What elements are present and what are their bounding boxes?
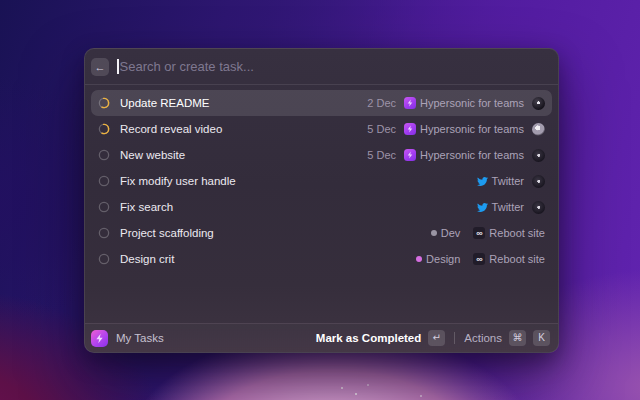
twitter-bird-icon bbox=[477, 202, 488, 213]
task-status-icon[interactable] bbox=[98, 149, 110, 161]
task-row[interactable]: Project scaffolding Dev∞Reboot site bbox=[91, 220, 552, 246]
task-row[interactable]: Fix search Twitter bbox=[91, 194, 552, 220]
task-row[interactable]: Fix modify user handle Twitter bbox=[91, 168, 552, 194]
desktop-background: ← Search or create task... Update README… bbox=[0, 0, 640, 400]
label-chip[interactable]: Design bbox=[416, 253, 460, 265]
cmd-key-badge: ⌘ bbox=[509, 330, 526, 346]
back-arrow-icon: ← bbox=[95, 61, 106, 73]
twitter-bird-icon bbox=[477, 176, 488, 187]
source-name: Twitter bbox=[492, 201, 524, 213]
task-meta: 2 DecHypersonic for teams bbox=[367, 97, 545, 110]
site-name: Reboot site bbox=[489, 227, 545, 239]
task-palette-window: ← Search or create task... Update README… bbox=[84, 48, 559, 353]
task-status-icon[interactable] bbox=[98, 123, 110, 135]
hypersonic-bolt-icon bbox=[404, 149, 416, 161]
task-meta: Dev∞Reboot site bbox=[431, 227, 545, 239]
site-chip[interactable]: ∞Reboot site bbox=[473, 227, 545, 239]
label-name: Dev bbox=[441, 227, 461, 239]
assignee-avatar[interactable] bbox=[532, 123, 545, 136]
label-chip[interactable]: Dev bbox=[431, 227, 461, 239]
task-status-icon[interactable] bbox=[98, 253, 110, 265]
task-title: Update README bbox=[120, 97, 209, 109]
search-bar: ← Search or create task... bbox=[85, 49, 558, 85]
footer-bar: My Tasks Mark as Completed ↵ Actions ⌘ K bbox=[85, 323, 558, 352]
site-name: Reboot site bbox=[489, 253, 545, 265]
task-meta: Twitter bbox=[477, 175, 545, 188]
sparkle-dot bbox=[367, 384, 369, 386]
sparkle-dot bbox=[341, 387, 343, 389]
task-status-icon[interactable] bbox=[98, 97, 110, 109]
my-tasks-app-icon bbox=[91, 330, 108, 347]
hypersonic-bolt-icon bbox=[404, 97, 416, 109]
project-chip[interactable]: Hypersonic for teams bbox=[404, 149, 524, 161]
task-due-date: 2 Dec bbox=[367, 97, 396, 109]
footer-context-label: My Tasks bbox=[116, 332, 164, 344]
footer-divider bbox=[454, 332, 455, 344]
task-title: Design crit bbox=[120, 253, 174, 265]
task-meta: 5 DecHypersonic for teams bbox=[367, 149, 545, 162]
project-chip[interactable]: Hypersonic for teams bbox=[404, 123, 524, 135]
enter-key-badge: ↵ bbox=[428, 330, 445, 346]
assignee-avatar[interactable] bbox=[532, 149, 545, 162]
mark-completed-button[interactable]: Mark as Completed bbox=[316, 332, 421, 344]
task-title: Fix modify user handle bbox=[120, 175, 236, 187]
actions-button[interactable]: Actions bbox=[464, 332, 502, 344]
text-caret bbox=[117, 59, 119, 74]
infinity-site-icon: ∞ bbox=[473, 227, 485, 239]
task-meta: 5 DecHypersonic for teams bbox=[367, 123, 545, 136]
k-key-badge: K bbox=[533, 330, 550, 346]
project-chip[interactable]: Hypersonic for teams bbox=[404, 97, 524, 109]
task-title: Project scaffolding bbox=[120, 227, 214, 239]
twitter-chip[interactable]: Twitter bbox=[477, 201, 524, 213]
task-status-icon[interactable] bbox=[98, 227, 110, 239]
assignee-avatar[interactable] bbox=[532, 97, 545, 110]
task-row[interactable]: New website 5 DecHypersonic for teams bbox=[91, 142, 552, 168]
project-name: Hypersonic for teams bbox=[420, 97, 524, 109]
task-row[interactable]: Update README 2 DecHypersonic for teams bbox=[91, 90, 552, 116]
sparkle-dot bbox=[355, 393, 357, 395]
search-placeholder: Search or create task... bbox=[120, 59, 254, 74]
search-input[interactable]: Search or create task... bbox=[117, 49, 548, 84]
infinity-site-icon: ∞ bbox=[473, 253, 485, 265]
label-dot bbox=[416, 256, 422, 262]
source-name: Twitter bbox=[492, 175, 524, 187]
project-name: Hypersonic for teams bbox=[420, 123, 524, 135]
task-meta: Twitter bbox=[477, 201, 545, 214]
task-title: New website bbox=[120, 149, 185, 161]
task-title: Fix search bbox=[120, 201, 173, 213]
site-chip[interactable]: ∞Reboot site bbox=[473, 253, 545, 265]
task-due-date: 5 Dec bbox=[367, 149, 396, 161]
footer-actions: Mark as Completed ↵ Actions ⌘ K bbox=[316, 330, 550, 346]
task-row[interactable]: Record reveal video 5 DecHypersonic for … bbox=[91, 116, 552, 142]
task-meta: Design∞Reboot site bbox=[416, 253, 545, 265]
project-name: Hypersonic for teams bbox=[420, 149, 524, 161]
assignee-avatar[interactable] bbox=[532, 201, 545, 214]
task-row[interactable]: Design crit Design∞Reboot site bbox=[91, 246, 552, 272]
assignee-avatar[interactable] bbox=[532, 175, 545, 188]
task-list: Update README 2 DecHypersonic for teams … bbox=[85, 85, 558, 323]
hypersonic-bolt-icon bbox=[404, 123, 416, 135]
task-due-date: 5 Dec bbox=[367, 123, 396, 135]
twitter-chip[interactable]: Twitter bbox=[477, 175, 524, 187]
back-button[interactable]: ← bbox=[91, 58, 109, 76]
label-name: Design bbox=[426, 253, 460, 265]
footer-context: My Tasks bbox=[91, 330, 164, 347]
task-status-icon[interactable] bbox=[98, 175, 110, 187]
sparkle-dot bbox=[420, 395, 422, 397]
task-title: Record reveal video bbox=[120, 123, 222, 135]
task-status-icon[interactable] bbox=[98, 201, 110, 213]
label-dot bbox=[431, 230, 437, 236]
